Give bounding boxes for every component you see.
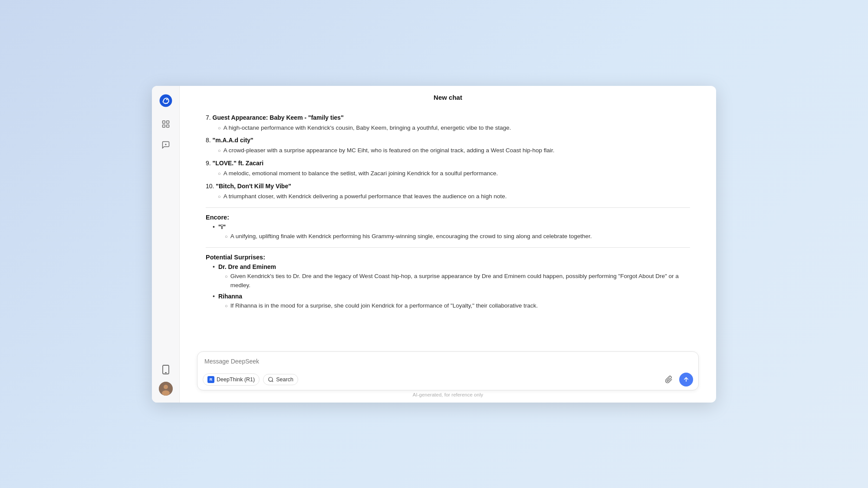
surprise-desc-1: If Rihanna is in the mood for a surprise… [225,301,690,311]
chat-body: 7. Guest Appearance: Baby Keem - "family… [180,105,716,348]
input-area: R DeepThink (R1) Search [180,348,716,403]
list-item-desc: A high-octane performance with Kendrick'… [218,124,690,133]
attach-button[interactable] [662,373,676,386]
section-divider [206,207,690,208]
mobile-button[interactable] [158,362,174,377]
surprise-item-1: Rihanna [213,293,690,300]
send-icon [683,376,690,383]
search-icon [268,377,274,383]
message-input[interactable] [197,352,698,368]
svg-point-0 [159,94,172,107]
encore-desc: A unifying, uplifting finale with Kendri… [225,232,690,241]
encore-heading: Encore: [206,214,690,221]
main-content: New chat 7. Guest Appearance: Baby Keem … [180,86,716,403]
list-item-desc: A triumphant closer, with Kendrick deliv… [218,192,690,201]
surprise-desc-0: Given Kendrick's ties to Dr. Dre and the… [225,272,690,290]
pages-button[interactable] [158,116,174,132]
surprises-heading: Potential Surprises: [206,254,690,261]
list-item: 8. "m.A.A.d city" [206,137,690,144]
attach-icon [665,376,673,383]
app-window: New chat 7. Guest Appearance: Baby Keem … [152,86,716,403]
list-item: 7. Guest Appearance: Baby Keem - "family… [206,114,690,121]
section-divider-2 [206,247,690,248]
input-box: R DeepThink (R1) Search [197,351,699,390]
footer-note: AI-generated, for reference only [197,390,699,401]
user-avatar[interactable] [159,382,173,396]
svg-line-14 [272,380,273,382]
send-button[interactable] [679,373,693,386]
input-toolbar: R DeepThink (R1) Search [197,370,698,390]
svg-rect-3 [166,121,169,123]
svg-point-13 [269,377,273,381]
list-item: 10. "Bitch, Don't Kill My Vibe" [206,183,690,190]
svg-point-11 [164,385,168,389]
deepthink-icon: R [207,376,214,383]
deepthink-button[interactable]: R DeepThink (R1) [203,373,260,386]
new-chat-button[interactable] [158,137,174,153]
svg-rect-2 [162,121,165,123]
chat-title: New chat [180,86,716,105]
app-logo[interactable] [158,93,174,108]
list-item-desc: A melodic, emotional moment to balance t… [218,169,690,178]
svg-point-12 [162,390,170,396]
list-item: 9. "LOVE." ft. Zacari [206,160,690,167]
svg-point-1 [166,99,167,100]
svg-rect-5 [166,124,169,127]
svg-rect-4 [162,124,165,127]
list-item-desc: A crowd-pleaser with a surprise appearan… [218,146,690,155]
encore-item: "i" [213,223,690,230]
sidebar [152,86,180,403]
surprise-item-0: Dr. Dre and Eminem [213,263,690,270]
search-button[interactable]: Search [263,374,298,385]
